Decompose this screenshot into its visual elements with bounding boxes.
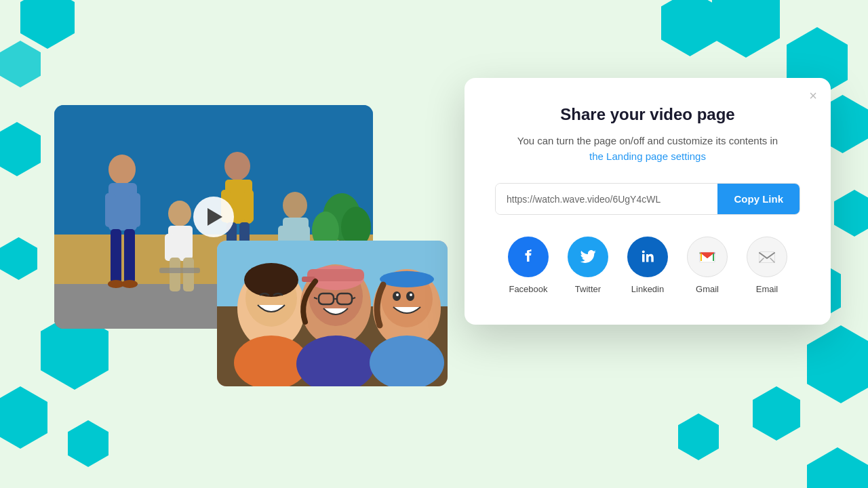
linkedin-icon-circle: [627, 237, 668, 277]
selfie-illustration: [217, 241, 448, 386]
social-share-row: Facebook Twitter Linkedin: [495, 237, 800, 294]
landing-page-settings-link[interactable]: the Landing page settings: [589, 150, 706, 162]
hex-decoration: [834, 190, 868, 237]
svg-point-0: [108, 155, 136, 184]
svg-rect-5: [124, 229, 135, 283]
facebook-icon: [517, 246, 539, 268]
facebook-icon-circle: [508, 237, 549, 277]
link-row: Copy Link: [495, 183, 800, 215]
hex-decoration: [0, 122, 41, 176]
svg-point-57: [370, 336, 444, 386]
svg-rect-3: [130, 193, 140, 227]
svg-rect-12: [170, 258, 180, 291]
hex-decoration: [712, 0, 780, 58]
svg-rect-2: [105, 193, 116, 227]
svg-point-7: [121, 280, 138, 288]
svg-point-8: [168, 201, 191, 226]
svg-point-53: [393, 291, 401, 301]
email-share-button[interactable]: Email: [747, 237, 787, 294]
svg-rect-11: [178, 234, 188, 261]
gmail-icon: [696, 246, 718, 268]
video-thumbnails-area: [54, 105, 454, 410]
facebook-label: Facebook: [509, 284, 547, 294]
svg-point-54: [406, 291, 414, 301]
hex-decoration: [807, 447, 868, 488]
hex-decoration: [68, 420, 108, 467]
svg-rect-17: [244, 190, 254, 222]
hex-decoration: [0, 237, 37, 280]
email-icon-circle: [747, 237, 787, 277]
svg-rect-10: [165, 234, 174, 261]
gmail-label: Gmail: [696, 284, 719, 294]
email-label: Email: [756, 284, 778, 294]
modal-subtitle-text: You can turn the page on/off and customi…: [517, 135, 778, 146]
close-button[interactable]: ×: [809, 89, 817, 102]
hex-decoration: [0, 386, 47, 449]
twitter-share-button[interactable]: Twitter: [568, 237, 608, 294]
svg-point-55: [396, 293, 399, 296]
svg-point-52: [380, 271, 434, 287]
svg-point-49: [296, 336, 375, 386]
linkedin-icon: [637, 246, 658, 268]
hex-decoration: [753, 386, 800, 441]
modal-subtitle: You can turn the page on/off and customi…: [495, 134, 800, 164]
svg-point-14: [224, 152, 250, 180]
svg-rect-13: [183, 258, 194, 291]
hex-decoration: [807, 325, 868, 403]
video-thumbnail-2[interactable]: [217, 241, 448, 386]
svg-rect-4: [111, 229, 121, 283]
hex-decoration: [20, 0, 75, 49]
copy-link-button[interactable]: Copy Link: [717, 184, 800, 214]
email-icon: [756, 246, 778, 268]
modal-title: Share your video page: [495, 105, 800, 124]
svg-point-37: [244, 263, 298, 297]
twitter-icon-circle: [568, 237, 608, 277]
twitter-label: Twitter: [575, 284, 601, 294]
play-button[interactable]: [193, 197, 234, 237]
facebook-share-button[interactable]: Facebook: [508, 237, 549, 294]
svg-point-56: [410, 293, 412, 296]
linkedin-label: Linkedin: [631, 284, 664, 294]
gmail-share-button[interactable]: Gmail: [687, 237, 728, 294]
share-modal: × Share your video page You can turn the…: [465, 78, 831, 325]
link-input[interactable]: [496, 184, 717, 214]
hex-decoration: [0, 41, 41, 87]
hex-decoration: [678, 413, 719, 460]
hex-decoration: [661, 0, 719, 56]
play-icon: [208, 208, 222, 226]
svg-rect-28: [159, 268, 200, 273]
gmail-icon-circle: [687, 237, 728, 277]
svg-point-22: [283, 192, 307, 219]
twitter-icon: [577, 246, 599, 268]
linkedin-share-button[interactable]: Linkedin: [627, 237, 668, 294]
